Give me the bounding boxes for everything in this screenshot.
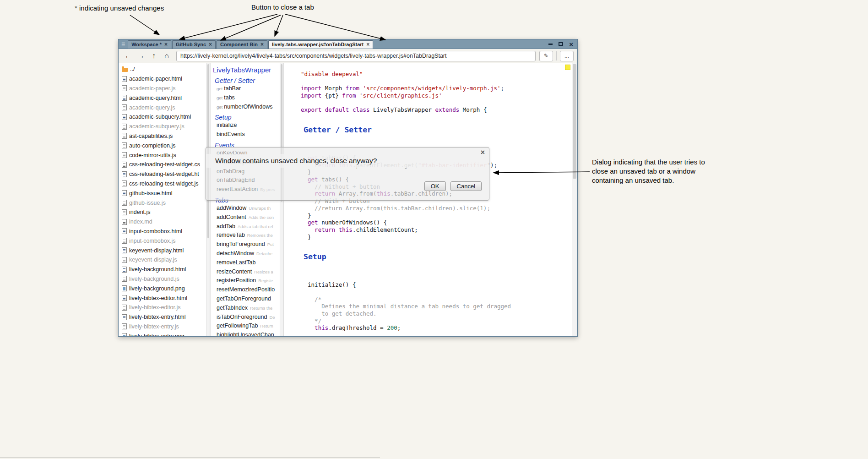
forward-icon[interactable]: → (135, 52, 147, 60)
file-icon (122, 267, 127, 273)
hamburger-menu-icon[interactable]: ≡ (119, 41, 128, 47)
outline-method[interactable]: gettabs (211, 94, 280, 104)
window-tab[interactable]: Component Bin× (217, 40, 267, 49)
file-item[interactable]: github-issue.html (119, 188, 206, 198)
file-item[interactable]: code-mirror-utils.js (119, 150, 206, 160)
tab-label: lively-tabs-wrapper.js#onTabDragStart (272, 42, 363, 47)
file-item[interactable]: academic-paper.html (119, 74, 206, 84)
outline-method[interactable]: getTabOnForeground (211, 295, 280, 305)
file-item[interactable]: lively-bibtex-entry.html (119, 312, 206, 322)
file-item[interactable]: auto-completion.js (119, 141, 206, 150)
tab-strip[interactable]: Workspace *×GitHub Sync×Component Bin×li… (128, 39, 374, 49)
file-item[interactable]: input-combobox.html (119, 227, 206, 236)
edit-button[interactable]: ✎ (539, 51, 553, 61)
file-item[interactable]: css-reloading-test-widget.ht (119, 169, 206, 179)
outline-method[interactable]: highlightUnsavedChan (211, 332, 280, 336)
tab-close-icon[interactable]: × (366, 42, 369, 47)
outline-method[interactable]: gettabBar (211, 85, 280, 94)
outline-method[interactable]: getFollowingTabReturn (211, 322, 280, 332)
code-line: return this.childElementCount; (301, 226, 572, 234)
file-name: lively-background.png (129, 285, 185, 292)
minimize-icon[interactable] (548, 44, 553, 45)
code-token: to get detached. (301, 310, 377, 317)
file-item[interactable]: lively-bibtex-entry.png (119, 331, 206, 336)
file-item[interactable]: lively-background.html (119, 265, 206, 274)
maximize-icon[interactable] (559, 42, 563, 46)
window-tab[interactable]: lively-tabs-wrapper.js#onTabDragStart× (268, 40, 373, 49)
outline-class-name[interactable]: LivelyTabsWrapper (211, 63, 280, 76)
code-line: initialize() { (301, 281, 572, 289)
file-item[interactable]: academic-paper.js (119, 84, 206, 93)
outline-method[interactable]: addContentAdds the con (211, 214, 280, 223)
file-item[interactable]: academic-subquery.html (119, 112, 206, 122)
outline-method[interactable]: removeTabRemoves the (211, 232, 280, 241)
file-item[interactable]: ast-capabilities.js (119, 131, 206, 141)
file-item[interactable]: css-reloading-test-widget.js (119, 179, 206, 189)
up-icon[interactable]: ↑ (148, 52, 160, 60)
code-token (301, 219, 308, 226)
outline-section[interactable]: Setup (211, 112, 280, 122)
file-item[interactable]: academic-subquery.js (119, 122, 206, 131)
outline-method[interactable]: detachWindowDetache (211, 250, 280, 259)
file-item[interactable]: academic-query.html (119, 93, 206, 103)
code-scrollbar[interactable] (572, 63, 577, 336)
code-line (301, 267, 572, 274)
outline-method-doc: Removes the (247, 233, 273, 238)
outline-method[interactable]: registerPositionRegiste (211, 277, 280, 286)
tab-close-icon[interactable]: × (209, 42, 212, 47)
file-item[interactable]: github-issue.js (119, 198, 206, 208)
cancel-button[interactable]: Cancel (450, 181, 482, 191)
outline-method[interactable]: addWindowUnwraps th (211, 205, 280, 214)
outline-method-doc: Adds a tab that ref (238, 224, 273, 229)
annotation-marker[interactable] (565, 65, 570, 70)
window-tab[interactable]: Workspace *× (128, 40, 171, 49)
window-close-icon[interactable]: × (569, 41, 573, 48)
file-item[interactable]: ../ (119, 65, 206, 74)
file-item[interactable]: index.md (119, 217, 206, 227)
file-item[interactable]: input-combobox.js (119, 236, 206, 246)
url-input[interactable] (176, 51, 536, 61)
outline-method[interactable]: initialize (211, 122, 280, 131)
file-icon (122, 124, 127, 130)
file-name: css-reloading-test-widget.js (129, 180, 198, 187)
outline-method[interactable]: removeLastTab (211, 259, 280, 268)
outline-method[interactable]: resetMemoziredPositio (211, 286, 280, 295)
file-item[interactable]: lively-background.png (119, 284, 206, 293)
file-item[interactable]: keyevent-display.js (119, 255, 206, 265)
code-line: import {pt} from 'src/client/graphics.js… (301, 92, 572, 99)
outline-method[interactable]: getnumberOfWindows (211, 104, 280, 113)
file-item[interactable]: lively-bibtex-entry.js (119, 322, 206, 332)
outline-method[interactable]: getTabIndexReturns the (211, 305, 280, 314)
outline-method[interactable]: addTabAdds a tab that ref (211, 223, 280, 232)
tab-close-icon[interactable]: × (260, 42, 264, 47)
file-item[interactable]: keyevent-display.html (119, 246, 206, 255)
tab-close-icon[interactable]: × (164, 42, 168, 47)
file-item[interactable]: lively-bibtex-editor.js (119, 303, 206, 312)
window-tab[interactable]: GitHub Sync× (172, 40, 216, 49)
file-name: input-combobox.js (129, 238, 175, 244)
outline-section[interactable]: Getter / Setter (211, 76, 280, 85)
outline-method[interactable]: bringToForegroundPut (211, 241, 280, 250)
outline-method-name: addTab (217, 223, 235, 230)
outline-method-name: tabBar (224, 85, 241, 92)
main-window: ≡ Workspace *×GitHub Sync×Component Bin×… (118, 39, 578, 337)
file-item[interactable]: lively-background.js (119, 274, 206, 284)
more-options-button[interactable]: ... (560, 51, 574, 61)
file-icon (122, 323, 127, 329)
ok-button[interactable]: OK (424, 181, 446, 191)
window-titlebar[interactable]: ≡ Workspace *×GitHub Sync×Component Bin×… (119, 39, 577, 49)
outline-method[interactable]: isTabOnForegroundDe (211, 314, 280, 323)
file-item[interactable]: css-reloading-test-widget.cs (119, 160, 206, 169)
file-item[interactable]: lively-bibtex-editor.html (119, 293, 206, 303)
outline-method-name: resizeContent (217, 268, 252, 275)
file-item[interactable]: academic-query.js (119, 103, 206, 112)
back-icon[interactable]: ← (122, 52, 134, 60)
home-icon[interactable]: ⌂ (161, 52, 173, 60)
outline-method-name: addWindow (217, 205, 246, 211)
file-icon (122, 142, 127, 148)
file-item[interactable]: indent.js (119, 208, 206, 217)
scrollbar-thumb[interactable] (573, 64, 576, 179)
outline-method[interactable]: bindEvents (211, 131, 280, 140)
file-icon (122, 152, 127, 158)
outline-method[interactable]: resizeContentResizes a (211, 268, 280, 278)
